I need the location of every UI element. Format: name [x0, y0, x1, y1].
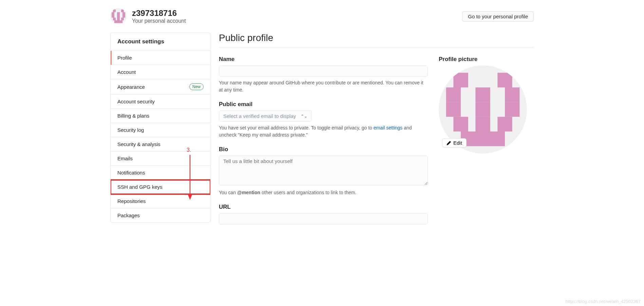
svg-rect-16 [453, 73, 468, 87]
bio-textarea[interactable] [219, 156, 428, 185]
email-hint: You have set your email address to priva… [219, 124, 428, 139]
settings-sidebar: Account settings Profile Account Appeara… [110, 33, 211, 223]
email-settings-link[interactable]: email settings [374, 125, 403, 130]
email-select[interactable]: Select a verified email to display ⌃⌄ [219, 110, 312, 122]
url-input[interactable] [219, 213, 428, 224]
svg-rect-22 [475, 102, 490, 117]
svg-rect-1 [113, 9, 116, 12]
avatar [110, 8, 127, 24]
chevron-updown-icon: ⌃⌄ [301, 114, 307, 119]
svg-rect-26 [497, 117, 512, 131]
pencil-icon [447, 141, 451, 145]
sidebar-item-emails[interactable]: Emails [111, 151, 210, 166]
sidebar-item-account[interactable]: Account [111, 65, 210, 79]
sidebar-item-security-log[interactable]: Security log [111, 123, 210, 137]
sidebar-item-label: Emails [117, 156, 133, 161]
svg-rect-20 [505, 87, 519, 102]
email-select-placeholder: Select a verified email to display [223, 113, 296, 119]
svg-rect-23 [505, 102, 519, 117]
svg-rect-9 [113, 18, 116, 20]
svg-rect-10 [117, 18, 120, 20]
name-hint: Your name may appear around GitHub where… [219, 79, 428, 94]
sidebar-item-label: Packages [117, 212, 140, 218]
page-title: Public profile [219, 33, 534, 43]
sidebar-item-profile[interactable]: Profile [111, 51, 210, 65]
sidebar-item-label: Profile [117, 55, 132, 61]
sidebar-item-billing[interactable]: Billing & plans [111, 109, 210, 123]
sidebar-item-label: Notifications [117, 170, 145, 176]
svg-rect-5 [122, 12, 125, 15]
svg-rect-2 [121, 9, 124, 12]
svg-rect-4 [117, 12, 120, 15]
profile-picture-label: Profile picture [439, 56, 534, 63]
sidebar-header: Account settings [111, 33, 210, 51]
svg-rect-11 [121, 18, 124, 20]
sidebar-item-label: Security & analysis [117, 141, 160, 147]
edit-label: Edit [453, 140, 462, 146]
svg-rect-18 [446, 87, 461, 102]
email-label: Public email [219, 101, 428, 108]
svg-rect-8 [122, 15, 125, 18]
svg-rect-17 [497, 73, 512, 87]
sidebar-item-label: Account [117, 69, 136, 75]
sidebar-item-repositories[interactable]: Repositories [111, 194, 210, 208]
sidebar-item-label: Security log [117, 127, 144, 133]
sidebar-item-label: Appearance [117, 84, 145, 90]
new-badge: New [189, 83, 204, 90]
sidebar-item-appearance[interactable]: AppearanceNew [111, 79, 210, 95]
svg-rect-25 [475, 117, 490, 131]
url-label: URL [219, 204, 428, 210]
name-label: Name [219, 56, 428, 63]
sidebar-item-account-security[interactable]: Account security [111, 95, 210, 109]
sidebar-item-label: Account security [117, 99, 155, 104]
sidebar-item-notifications[interactable]: Notifications [111, 166, 210, 180]
bio-label: Bio [219, 146, 428, 153]
sidebar-item-packages[interactable]: Packages [111, 208, 210, 222]
svg-rect-21 [446, 102, 461, 117]
svg-rect-6 [112, 15, 114, 18]
svg-rect-3 [112, 12, 114, 15]
svg-rect-19 [475, 87, 490, 102]
svg-rect-7 [117, 15, 120, 18]
username: z397318716 [132, 8, 186, 18]
go-profile-button[interactable]: Go to your personal profile [462, 11, 534, 22]
svg-rect-12 [114, 20, 122, 23]
bio-hint: You can @mention other users and organiz… [219, 189, 428, 196]
edit-picture-button[interactable]: Edit [442, 138, 467, 147]
svg-rect-24 [453, 117, 468, 131]
divider [219, 47, 534, 48]
name-input[interactable] [219, 65, 428, 77]
sidebar-item-label: Billing & plans [117, 113, 149, 119]
sidebar-item-security-analysis[interactable]: Security & analysis [111, 137, 210, 151]
svg-rect-27 [461, 131, 505, 146]
sidebar-item-label: SSH and GPG keys [117, 184, 163, 190]
account-subtitle: Your personal account [132, 18, 186, 24]
sidebar-item-label: Repositories [117, 198, 146, 204]
sidebar-item-ssh-keys[interactable]: SSH and GPG keys [111, 180, 210, 194]
